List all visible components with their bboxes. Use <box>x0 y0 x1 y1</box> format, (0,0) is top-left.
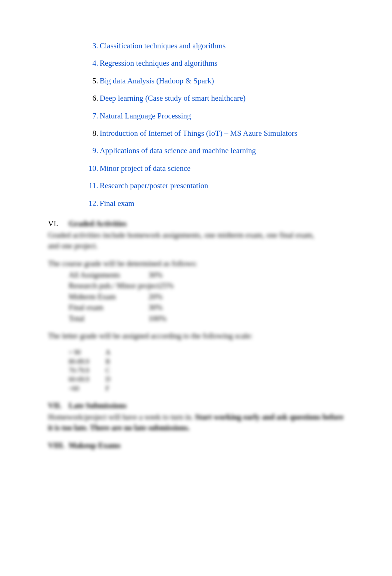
letter-grade: F <box>106 384 117 393</box>
letter-scale-table: > 90A80-89.9B70-79.9C60-69.9D<60F <box>69 348 344 393</box>
topic-number: 11. <box>88 180 98 191</box>
letter-row: <60F <box>69 384 344 393</box>
grade-label: Midterm Exam <box>69 292 148 302</box>
grade-row: Research pub./ Minor project25% <box>69 280 344 291</box>
section-vi-body: Graded activities include homework assig… <box>48 230 344 252</box>
topic-list-item: 7.Natural Language Processing <box>88 111 344 121</box>
letter-row: 80-89.9B <box>69 357 344 366</box>
topic-list-item: 6.Deep learning (Case study of smart hea… <box>88 93 344 104</box>
grade-row: Total100% <box>69 313 344 324</box>
letter-range: 80-89.9 <box>69 357 106 366</box>
topic-text: Regression techniques and algorithms <box>100 58 344 69</box>
letter-range: <60 <box>69 384 106 393</box>
letter-range: 60-69.9 <box>69 375 106 384</box>
grade-label: Total <box>69 313 148 324</box>
topic-number: 10. <box>88 163 98 174</box>
letter-grade: C <box>106 366 117 375</box>
letter-intro: The letter grade will be assigned accord… <box>48 331 344 341</box>
section-vi-title: Graded Activities <box>69 219 127 228</box>
grade-label: All Assignments <box>69 270 148 280</box>
topic-text: Minor project of data science <box>100 163 344 174</box>
topic-text: Applications of data science and machine… <box>100 145 344 156</box>
topic-text: Classification techniques and algorithms <box>100 41 344 51</box>
topic-number: 9. <box>88 145 98 156</box>
grade-row: Midterm Exam20% <box>69 292 344 302</box>
topic-number: 12. <box>88 198 98 209</box>
grade-value: 20% <box>148 292 171 302</box>
topic-list-item: 5.Big data Analysis (Hadoop & Spark) <box>88 76 344 86</box>
section-vii-title: Late Submissions <box>69 401 127 410</box>
topic-list-item: 10.Minor project of data science <box>88 163 344 174</box>
letter-grade: A <box>106 348 117 357</box>
grade-value: 30% <box>148 270 171 280</box>
topic-list-item: 12.Final exam <box>88 198 344 209</box>
letter-range: > 90 <box>69 348 106 357</box>
document-page: 3.Classification techniques and algorith… <box>0 0 392 450</box>
topics-list: 3.Classification techniques and algorith… <box>88 41 344 209</box>
letter-row: > 90A <box>69 348 344 357</box>
section-vii-header: VII. Late Submissions <box>48 401 344 410</box>
topic-number: 3. <box>88 41 98 51</box>
grade-row: Final exam30% <box>69 302 344 313</box>
grade-intro: The course grade will be determined as f… <box>48 258 344 269</box>
roman-numeral-vii: VII. <box>48 401 69 410</box>
letter-grade: B <box>106 357 117 366</box>
topic-number: 6. <box>88 93 98 104</box>
topic-text: Big data Analysis (Hadoop & Spark) <box>100 76 344 86</box>
grade-value: 30% <box>148 302 171 313</box>
topic-text: Final exam <box>100 198 344 209</box>
section-vi-header: VI. Graded Activities <box>48 219 344 228</box>
section-vii-line1: Homework/project will have a week to tur… <box>48 412 344 422</box>
section-vii-body: Homework/project will have a week to tur… <box>48 412 344 434</box>
grade-breakdown-table: All Assignments30%Research pub./ Minor p… <box>69 270 344 324</box>
section-vii-line2: it is too late. There are no late submis… <box>48 422 344 433</box>
topic-number: 8. <box>88 128 98 139</box>
topic-text: Research paper/poster presentation <box>100 180 344 191</box>
grade-value: 25% <box>159 280 182 291</box>
grade-value: 100% <box>148 313 171 324</box>
topic-text: Introduction of Internet of Things (IoT)… <box>100 128 344 139</box>
topic-list-item: 4.Regression techniques and algorithms <box>88 58 344 69</box>
roman-numeral-viii: VIII. <box>48 441 69 450</box>
section-viii-header: VIII. Makeup Exams <box>48 441 344 450</box>
topic-number: 5. <box>88 76 98 86</box>
section-vi-line2: and one project. <box>48 241 344 251</box>
topic-number: 7. <box>88 111 98 121</box>
topic-list-item: 11.Research paper/poster presentation <box>88 180 344 191</box>
topic-text: Natural Language Processing <box>100 111 344 121</box>
letter-range: 70-79.9 <box>69 366 106 375</box>
roman-numeral-vi: VI. <box>48 219 69 228</box>
letter-row: 70-79.9C <box>69 366 344 375</box>
grade-row: All Assignments30% <box>69 270 344 280</box>
topic-number: 4. <box>88 58 98 69</box>
topic-list-item: 8.Introduction of Internet of Things (Io… <box>88 128 344 139</box>
letter-grade: D <box>106 375 117 384</box>
grade-label: Research pub./ Minor project <box>69 280 159 291</box>
topic-list-item: 3.Classification techniques and algorith… <box>88 41 344 51</box>
topic-list-item: 9.Applications of data science and machi… <box>88 145 344 156</box>
grade-label: Final exam <box>69 302 148 313</box>
letter-row: 60-69.9D <box>69 375 344 384</box>
section-vi-line1: Graded activities include homework assig… <box>48 230 344 241</box>
topic-text: Deep learning (Case study of smart healt… <box>100 93 344 104</box>
section-viii-title: Makeup Exams <box>69 441 121 450</box>
